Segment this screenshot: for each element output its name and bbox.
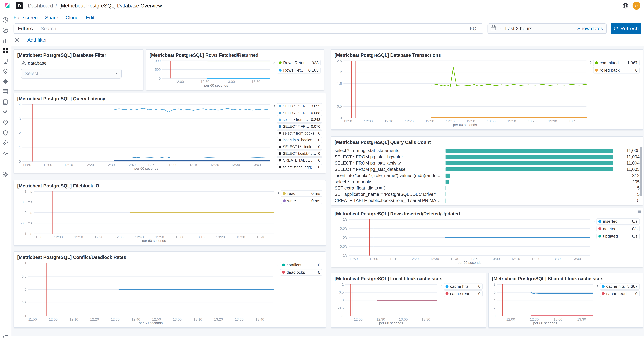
panel-title[interactable]: [Metricbeat PostgreSQL] Conflict/Deadloc… <box>17 255 322 260</box>
legend-collapse-icon[interactable] <box>272 103 276 108</box>
edit-link[interactable]: Edit <box>86 15 94 20</box>
panel-title[interactable]: [Metricbeat PostgreSQL] Shared block cac… <box>492 276 640 282</box>
query-latency-chart[interactable]: 4321011:5012:0012:1012:2012:3012:4012:50… <box>17 102 272 170</box>
nav-management-icon[interactable] <box>2 171 8 178</box>
nav-infrastructure-icon[interactable] <box>2 89 8 95</box>
bar-row[interactable]: insert into "books" ("role_name") values… <box>334 173 640 179</box>
legend-collapse-icon[interactable] <box>439 283 443 288</box>
panel-menu-icon[interactable] <box>638 210 641 213</box>
panel-title[interactable]: [Metricbeat PostgreSQL] Rows Inserted/De… <box>334 211 640 217</box>
bar-row[interactable]: SELECT * FROM pg_stat_activity11,004 <box>334 160 640 166</box>
show-dates-link[interactable]: Show dates <box>577 26 604 31</box>
bar-row[interactable]: select * from books205 <box>334 179 640 185</box>
transactions-chart[interactable]: 2.521.510.5011:5012:0012:1012:2012:3012:… <box>334 59 588 126</box>
legend-item[interactable]: select string_agg(wo...0 <box>277 164 322 170</box>
legend-item[interactable]: conflicts0 <box>280 262 322 268</box>
legend-item[interactable]: insert into "books" ("...0 <box>277 137 322 143</box>
full-screen-link[interactable]: Full screen <box>14 15 38 20</box>
panel-title[interactable]: [Metricbeat PostgreSQL] Rows Fetched/Ret… <box>150 52 320 58</box>
legend-item[interactable]: cache read0 <box>600 291 640 297</box>
legend-item[interactable]: select * from books0 <box>277 130 322 136</box>
bar-row[interactable]: select * from pg_stat_statements;11,005 <box>334 148 640 154</box>
scrollbar[interactable] <box>640 147 642 196</box>
legend-item[interactable]: SELECT * FROM...3.655 <box>277 103 322 109</box>
conflicts-chart[interactable]: 10.50-0.5-111:5012:0012:1012:2012:3012:4… <box>17 261 276 325</box>
legend-item[interactable]: committed1,367 <box>593 60 640 66</box>
legend-item[interactable]: Rows Fetched0.183 <box>277 67 320 73</box>
deployment-icon[interactable] <box>622 3 628 9</box>
legend-item[interactable]: cache hits5,667 <box>600 283 640 290</box>
panel-title[interactable]: [Metricbeat PostgreSQL] Local block cach… <box>334 276 482 282</box>
legend-collapse-icon[interactable] <box>276 190 280 195</box>
nav-siem-icon[interactable] <box>2 130 8 136</box>
panel-title[interactable]: [Metricbeat PostgreSQL] Query Calls Coun… <box>334 140 640 145</box>
legend-item[interactable]: cache read0 <box>444 291 482 297</box>
calendar-button[interactable] <box>490 25 504 32</box>
shared-cache-chart[interactable]: 8642012:0012:3013:0013:30per 60 seconds <box>492 282 595 325</box>
nav-canvas-icon[interactable] <box>2 58 8 64</box>
panel-title[interactable]: [Metricbeat PostgreSQL] Query Latency <box>17 96 322 101</box>
space-avatar[interactable]: D <box>16 2 23 9</box>
bar-value: 5 <box>616 192 640 197</box>
legend-item[interactable]: cache hits0 <box>444 283 482 290</box>
bar-row[interactable]: SET extra_float_digits = 35 <box>334 185 640 191</box>
nav-visualize-icon[interactable] <box>2 37 8 43</box>
legend-item[interactable]: read0 ms <box>281 190 322 197</box>
bar-row[interactable]: SELECT * FROM pg_stat_database11,003 <box>334 166 640 173</box>
panel-database-filter: [Metricbeat PostgreSQL] Database Filter … <box>14 49 143 90</box>
legend-item[interactable]: SELECT * FROM...0.076 <box>277 123 322 129</box>
legend-collapse-icon[interactable] <box>588 60 593 64</box>
search-input[interactable] <box>37 26 466 31</box>
kibana-logo[interactable] <box>4 2 12 9</box>
local-cache-chart[interactable]: 10.50-0.5-112:0012:3013:0013:30per 60 se… <box>334 282 439 325</box>
legend-item[interactable]: Rows Returned938 <box>277 60 320 66</box>
panel-title[interactable]: [Metricbeat PostgreSQL] Database Transac… <box>334 52 640 58</box>
database-select[interactable]: Select... <box>21 69 122 78</box>
rows-idu-chart[interactable]: 1/s0.5/s0/s-0.5/s-1/s11:5012:0012:1012:2… <box>334 217 592 264</box>
legend-item[interactable]: deleted0/s <box>596 226 640 232</box>
filter-settings-icon[interactable] <box>14 37 20 42</box>
legend-collapse-icon[interactable] <box>275 262 280 267</box>
nav-uptime-icon[interactable] <box>2 119 8 126</box>
nav-dashboard-icon[interactable] <box>2 48 8 54</box>
legend-collapse-icon[interactable] <box>272 60 276 64</box>
refresh-button[interactable]: Refresh <box>611 23 641 34</box>
share-link[interactable]: Share <box>45 15 58 20</box>
rows-fetched-chart[interactable]: 1,000500012:0012:3013:0013:30per 60 seco… <box>150 59 272 87</box>
legend-item[interactable]: SELECT * FROM...0.088 <box>277 110 322 116</box>
nav-stack-monitoring-icon[interactable] <box>2 150 8 157</box>
legend-item[interactable]: write0 ms <box>281 198 322 204</box>
user-avatar[interactable]: e <box>632 2 640 10</box>
dock-navigation-icon[interactable] <box>2 334 8 340</box>
bar-row[interactable]: CREATE TABLE public.books( role_id seria… <box>334 198 640 204</box>
legend-item[interactable]: SELECT t.oid,t.*,c.rel...0 <box>277 150 322 157</box>
breadcrumb-dashboard[interactable]: Dashboard <box>28 3 53 9</box>
nav-discover-icon[interactable] <box>2 27 8 33</box>
svg-text:12:20: 12:20 <box>410 257 419 261</box>
legend-collapse-icon[interactable] <box>595 283 599 288</box>
nav-machine-learning-icon[interactable] <box>2 78 8 85</box>
legend-collapse-icon[interactable] <box>592 218 596 223</box>
legend-item[interactable]: select * from pg...0.243 <box>277 117 322 123</box>
legend-item[interactable]: SELECT i.*,i.indkey a...0 <box>277 144 322 150</box>
nav-maps-icon[interactable] <box>2 68 8 74</box>
panel-title[interactable]: [Metricbeat PostgreSQL] Fileblock IO <box>17 183 322 189</box>
legend-item[interactable]: inserted0/s <box>596 218 640 225</box>
panel-title[interactable]: [Metricbeat PostgreSQL] Database Filter <box>17 52 140 58</box>
nav-logs-icon[interactable] <box>2 99 8 105</box>
bar-row[interactable]: SET application_name = 'PostgreSQL JDBC … <box>334 191 640 198</box>
add-filter-link[interactable]: + Add filter <box>24 37 47 43</box>
nav-dev-tools-icon[interactable] <box>2 140 8 146</box>
legend-item[interactable]: rolled back0 <box>593 67 640 73</box>
legend-item[interactable]: updated0/s <box>596 233 640 240</box>
kql-toggle[interactable]: KQL <box>466 26 483 31</box>
fileblock-io-chart[interactable]: 1 ms0.5 ms0 ms-0.5 ms-1 ms11:5012:0012:1… <box>17 189 276 242</box>
legend-item[interactable]: deadlocks0 <box>280 269 322 276</box>
clone-link[interactable]: Clone <box>66 15 78 20</box>
legend-item[interactable]: CREATE TABLE publi...0 <box>277 157 322 163</box>
time-range-label[interactable]: Last 2 hours <box>504 26 534 31</box>
nav-apm-icon[interactable] <box>2 109 8 115</box>
filters-button[interactable]: Filters <box>14 24 37 33</box>
nav-recently-viewed-icon[interactable] <box>2 17 8 23</box>
bar-row[interactable]: SELECT * FROM pg_stat_bgwriter11,004 <box>334 154 640 160</box>
